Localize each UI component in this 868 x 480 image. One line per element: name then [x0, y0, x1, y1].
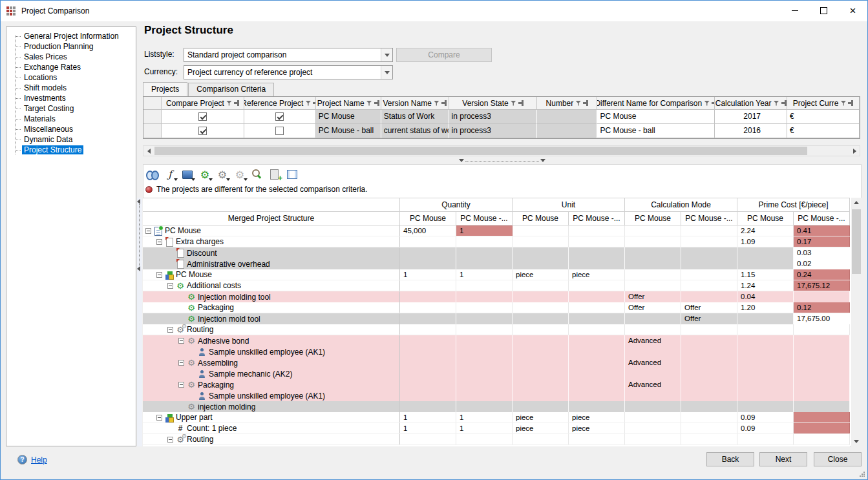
search-difference-icon[interactable]	[249, 167, 266, 182]
close-window-button[interactable]: ×	[838, 1, 867, 21]
currency-dropdown[interactable]: Project currency of reference project	[184, 65, 393, 79]
tree-row-administrative-overhead[interactable]: Administrative overhead0.02	[143, 258, 850, 269]
sidebar-item-production-planning[interactable]: Production Planning	[10, 41, 134, 52]
compare-project-checkbox[interactable]	[198, 112, 207, 121]
tree-row-count-1-piece[interactable]: Count: 1 piece11piecepiece0.09	[143, 423, 850, 434]
sub-column-header[interactable]: PC Mouse -...	[456, 212, 513, 225]
sub-column-header[interactable]: PC Mouse -...	[794, 212, 850, 225]
tree-row-routing[interactable]: Routing	[143, 324, 850, 335]
sub-column-header[interactable]: PC Mouse -...	[681, 212, 737, 225]
vertical-scrollbar[interactable]	[851, 198, 862, 446]
tree-row-additional-costs[interactable]: Additional costs1.2417,675.12	[143, 280, 850, 291]
close-button[interactable]: Close	[814, 452, 862, 466]
sidebar-item-target-costing[interactable]: Target Costing	[10, 103, 134, 114]
structure-column-header[interactable]: Merged Project Structure	[143, 212, 400, 225]
filter-funnel-icon[interactable]	[366, 101, 372, 106]
column-header-different-name-for-comparison[interactable]: Different Name for Comparison	[597, 97, 715, 110]
tree-row-sample-mechanic-ak2[interactable]: Sample mechanic (AK2)	[143, 368, 850, 379]
column-header-version-name[interactable]: Version Name	[381, 97, 449, 110]
settings-gray-gear-icon[interactable]	[214, 167, 231, 182]
column-header-calculation-year[interactable]: Calculation Year	[715, 97, 787, 110]
expander-collapse-icon[interactable]	[145, 228, 151, 234]
sidebar-item-project-structure[interactable]: Project Structure	[10, 145, 134, 155]
expander-collapse-icon[interactable]	[178, 360, 184, 366]
tree-row-injection-molding[interactable]: injection molding	[143, 401, 850, 412]
column-header-project-name[interactable]: Project Name	[316, 97, 381, 110]
pin-icon[interactable]	[441, 100, 447, 106]
back-button[interactable]: Back	[706, 452, 754, 466]
sub-column-header[interactable]: PC Mouse	[737, 212, 794, 225]
resize-grip[interactable]	[859, 471, 865, 477]
pin-icon[interactable]	[234, 100, 239, 106]
next-button[interactable]: Next	[759, 452, 807, 466]
sidebar-item-sales-prices[interactable]: Sales Prices	[10, 52, 134, 62]
filter-funnel-icon[interactable]	[840, 101, 846, 106]
column-header-number[interactable]: Number	[537, 97, 597, 110]
sidebar-item-shift-models[interactable]: Shift models	[10, 83, 134, 93]
panel-view-icon[interactable]	[179, 167, 196, 182]
tab-projects[interactable]: Projects	[143, 82, 187, 96]
fit-columns-icon[interactable]	[284, 167, 301, 182]
tree-row-upper-part[interactable]: Upper part11piecepiece0.09	[143, 412, 850, 423]
sidebar-item-investments[interactable]: Investments	[10, 93, 134, 103]
horizontal-splitter[interactable]	[143, 160, 862, 164]
expander-collapse-icon[interactable]	[167, 283, 173, 289]
column-header-project-curre[interactable]: Project Curre	[787, 97, 860, 110]
project-row[interactable]: PC Mouse - ballcurrent status of worin p…	[143, 124, 860, 138]
scroll-up-arrow[interactable]	[851, 198, 862, 207]
scroll-down-arrow[interactable]	[851, 437, 862, 446]
expander-collapse-icon[interactable]	[167, 437, 173, 443]
sub-column-header[interactable]: PC Mouse -...	[569, 212, 625, 225]
horizontal-scrollbar[interactable]	[143, 145, 860, 156]
clipboard-add-icon[interactable]	[266, 167, 283, 182]
tree-row-adhesive-bond[interactable]: Adhesive bondAdvanced	[143, 335, 850, 346]
sidebar-item-materials[interactable]: Materials	[10, 114, 134, 124]
tree-row-discount[interactable]: Discount0.03	[143, 247, 850, 258]
sub-column-header[interactable]: PC Mouse	[400, 212, 456, 225]
column-header-compare-project[interactable]: Compare Project	[162, 97, 244, 110]
scroll-left-arrow[interactable]	[143, 146, 154, 156]
expander-collapse-icon[interactable]	[167, 327, 173, 333]
pin-icon[interactable]	[518, 100, 524, 106]
filter-funnel-icon[interactable]	[704, 101, 710, 106]
expander-collapse-icon[interactable]	[156, 272, 162, 278]
expander-collapse-icon[interactable]	[156, 239, 162, 245]
column-header-version-state[interactable]: Version State	[449, 97, 538, 110]
sidebar-item-locations[interactable]: Locations	[10, 72, 134, 83]
tree-row-injection-mold-tool[interactable]: Injection mold toolOffer17,675.00	[143, 313, 850, 324]
sub-column-header[interactable]: PC Mouse	[625, 212, 681, 225]
tab-comparison-criteria[interactable]: Comparison Criteria	[188, 83, 274, 96]
scroll-right-arrow[interactable]	[849, 146, 860, 156]
minimize-button[interactable]	[780, 1, 809, 21]
settings-green-gear-icon[interactable]	[196, 167, 213, 182]
tree-row-packaging[interactable]: PackagingAdvanced	[143, 379, 850, 390]
vertical-splitter[interactable]	[137, 198, 142, 446]
reference-project-checkbox[interactable]	[275, 112, 284, 121]
sidebar-item-exchange-rates[interactable]: Exchange Rates	[10, 62, 134, 72]
expander-collapse-icon[interactable]	[178, 382, 184, 388]
expander-collapse-icon[interactable]	[156, 415, 162, 421]
filter-funnel-icon[interactable]	[511, 101, 516, 106]
filter-funnel-icon[interactable]	[305, 101, 311, 106]
scrollbar-thumb[interactable]	[154, 147, 807, 155]
filter-funnel-icon[interactable]	[226, 101, 232, 106]
help-link[interactable]: ? Help	[17, 455, 47, 464]
sidebar-item-miscellaneous[interactable]: Miscellaneous	[10, 124, 134, 134]
compare-view-icon[interactable]	[144, 167, 161, 182]
tree-row-sample-unskilled-employee-ak1[interactable]: Sample unskilled employee (AK1)	[143, 346, 850, 357]
settings-outline-gear-icon[interactable]	[231, 167, 248, 182]
column-header-reference-project[interactable]: Reference Project	[244, 97, 316, 110]
compare-button[interactable]: Compare	[396, 48, 492, 62]
tree-row-extra-charges[interactable]: Extra charges1.090.17	[143, 236, 850, 247]
tree-row-assembling[interactable]: AssemblingAdvanced	[143, 357, 850, 368]
tree-row-packaging[interactable]: PackagingOfferOffer1.200.12	[143, 302, 850, 313]
filter-funnel-icon[interactable]	[774, 101, 779, 106]
pin-icon[interactable]	[848, 100, 853, 106]
tree-row-pc-mouse[interactable]: PC Mouse11piecepiece1.150.24	[143, 269, 850, 280]
tree-row-pc-mouse[interactable]: PC Mouse45,00012.240.41	[143, 225, 850, 236]
maximize-button[interactable]	[809, 1, 838, 21]
expander-collapse-icon[interactable]	[178, 338, 184, 344]
tree-row-routing[interactable]: Routing	[143, 434, 850, 445]
sub-column-header[interactable]: PC Mouse	[513, 212, 569, 225]
project-row[interactable]: PC MouseStatus of Workin process3PC Mous…	[143, 110, 860, 124]
